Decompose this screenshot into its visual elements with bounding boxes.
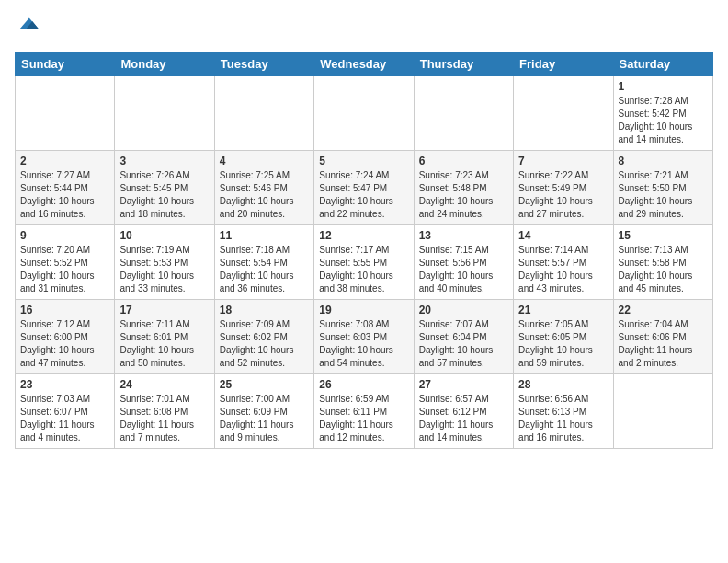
page-header: [15, 15, 713, 40]
day-number: 22: [619, 304, 708, 316]
calendar-cell: 3Sunrise: 7:26 AM Sunset: 5:45 PM Daylig…: [115, 151, 214, 225]
calendar-cell: [16, 76, 115, 151]
day-number: 20: [419, 304, 508, 316]
day-number: 27: [419, 378, 508, 391]
calendar-cell: 19Sunrise: 7:08 AM Sunset: 6:03 PM Dayli…: [314, 300, 414, 374]
calendar-week-row: 23Sunrise: 7:03 AM Sunset: 6:07 PM Dayli…: [16, 374, 713, 449]
calendar-cell: 9Sunrise: 7:20 AM Sunset: 5:52 PM Daylig…: [16, 225, 115, 300]
day-info: Sunrise: 7:08 AM Sunset: 6:03 PM Dayligh…: [319, 318, 408, 370]
calendar-cell: 24Sunrise: 7:01 AM Sunset: 6:08 PM Dayli…: [115, 374, 214, 449]
calendar-cell: 28Sunrise: 6:56 AM Sunset: 6:13 PM Dayli…: [514, 374, 613, 449]
day-info: Sunrise: 7:12 AM Sunset: 6:00 PM Dayligh…: [20, 318, 109, 370]
calendar-week-row: 16Sunrise: 7:12 AM Sunset: 6:00 PM Dayli…: [16, 300, 713, 374]
day-number: 12: [319, 229, 408, 242]
calendar-cell: 25Sunrise: 7:00 AM Sunset: 6:09 PM Dayli…: [214, 374, 313, 449]
day-number: 2: [20, 155, 109, 167]
day-info: Sunrise: 6:57 AM Sunset: 6:12 PM Dayligh…: [419, 393, 508, 444]
day-info: Sunrise: 7:01 AM Sunset: 6:08 PM Dayligh…: [119, 393, 209, 444]
calendar-cell: 11Sunrise: 7:18 AM Sunset: 5:54 PM Dayli…: [214, 225, 313, 300]
day-info: Sunrise: 7:09 AM Sunset: 6:02 PM Dayligh…: [220, 318, 309, 370]
calendar-week-row: 1Sunrise: 7:28 AM Sunset: 5:42 PM Daylig…: [16, 76, 713, 151]
day-of-week-header: Tuesday: [214, 52, 313, 76]
logo: [15, 15, 44, 40]
day-info: Sunrise: 7:15 AM Sunset: 5:56 PM Dayligh…: [419, 244, 508, 295]
day-number: 23: [20, 378, 109, 391]
day-number: 3: [119, 155, 209, 167]
day-number: 10: [119, 229, 209, 242]
calendar-cell: 22Sunrise: 7:04 AM Sunset: 6:06 PM Dayli…: [613, 300, 712, 374]
calendar: SundayMondayTuesdayWednesdayThursdayFrid…: [15, 52, 713, 449]
day-info: Sunrise: 7:21 AM Sunset: 5:50 PM Dayligh…: [619, 169, 708, 221]
calendar-cell: 13Sunrise: 7:15 AM Sunset: 5:56 PM Dayli…: [414, 225, 513, 300]
calendar-cell: [115, 76, 214, 151]
day-number: 6: [419, 155, 508, 167]
day-info: Sunrise: 7:00 AM Sunset: 6:09 PM Dayligh…: [220, 393, 309, 444]
calendar-cell: 14Sunrise: 7:14 AM Sunset: 5:57 PM Dayli…: [514, 225, 613, 300]
day-info: Sunrise: 7:19 AM Sunset: 5:53 PM Dayligh…: [119, 244, 209, 295]
day-info: Sunrise: 6:56 AM Sunset: 6:13 PM Dayligh…: [518, 393, 608, 444]
day-info: Sunrise: 7:03 AM Sunset: 6:07 PM Dayligh…: [20, 393, 109, 444]
day-info: Sunrise: 7:05 AM Sunset: 6:05 PM Dayligh…: [518, 318, 608, 370]
day-number: 8: [619, 155, 708, 167]
calendar-cell: 1Sunrise: 7:28 AM Sunset: 5:42 PM Daylig…: [613, 76, 712, 151]
calendar-cell: [613, 374, 712, 449]
day-of-week-header: Friday: [514, 52, 613, 76]
day-number: 17: [119, 304, 209, 316]
day-info: Sunrise: 7:24 AM Sunset: 5:47 PM Dayligh…: [319, 169, 408, 221]
calendar-cell: 4Sunrise: 7:25 AM Sunset: 5:46 PM Daylig…: [214, 151, 313, 225]
day-of-week-header: Monday: [115, 52, 214, 76]
day-number: 5: [319, 155, 408, 167]
calendar-cell: [414, 76, 513, 151]
day-number: 11: [220, 229, 309, 242]
day-info: Sunrise: 7:04 AM Sunset: 6:06 PM Dayligh…: [619, 318, 708, 370]
day-info: Sunrise: 7:28 AM Sunset: 5:42 PM Dayligh…: [619, 95, 708, 146]
day-info: Sunrise: 7:14 AM Sunset: 5:57 PM Dayligh…: [518, 244, 608, 295]
day-number: 26: [319, 378, 408, 391]
calendar-cell: 18Sunrise: 7:09 AM Sunset: 6:02 PM Dayli…: [214, 300, 313, 374]
day-number: 9: [20, 229, 109, 242]
day-info: Sunrise: 7:20 AM Sunset: 5:52 PM Dayligh…: [20, 244, 109, 295]
day-info: Sunrise: 7:17 AM Sunset: 5:55 PM Dayligh…: [319, 244, 408, 295]
day-number: 18: [220, 304, 309, 316]
day-info: Sunrise: 7:26 AM Sunset: 5:45 PM Dayligh…: [119, 169, 209, 221]
calendar-cell: 15Sunrise: 7:13 AM Sunset: 5:58 PM Dayli…: [613, 225, 712, 300]
day-info: Sunrise: 7:25 AM Sunset: 5:46 PM Dayligh…: [220, 169, 309, 221]
day-number: 25: [220, 378, 309, 391]
calendar-cell: 10Sunrise: 7:19 AM Sunset: 5:53 PM Dayli…: [115, 225, 214, 300]
calendar-cell: 17Sunrise: 7:11 AM Sunset: 6:01 PM Dayli…: [115, 300, 214, 374]
calendar-cell: 27Sunrise: 6:57 AM Sunset: 6:12 PM Dayli…: [414, 374, 513, 449]
day-number: 16: [20, 304, 109, 316]
day-info: Sunrise: 7:13 AM Sunset: 5:58 PM Dayligh…: [619, 244, 708, 295]
calendar-week-row: 9Sunrise: 7:20 AM Sunset: 5:52 PM Daylig…: [16, 225, 713, 300]
calendar-cell: [314, 76, 414, 151]
day-number: 7: [518, 155, 608, 167]
calendar-cell: 21Sunrise: 7:05 AM Sunset: 6:05 PM Dayli…: [514, 300, 613, 374]
day-of-week-header: Saturday: [613, 52, 712, 76]
day-number: 15: [619, 229, 708, 242]
calendar-cell: 2Sunrise: 7:27 AM Sunset: 5:44 PM Daylig…: [16, 151, 115, 225]
calendar-cell: 7Sunrise: 7:22 AM Sunset: 5:49 PM Daylig…: [514, 151, 613, 225]
day-info: Sunrise: 7:23 AM Sunset: 5:48 PM Dayligh…: [419, 169, 508, 221]
day-number: 1: [619, 80, 708, 93]
calendar-cell: 8Sunrise: 7:21 AM Sunset: 5:50 PM Daylig…: [613, 151, 712, 225]
day-info: Sunrise: 7:27 AM Sunset: 5:44 PM Dayligh…: [20, 169, 109, 221]
day-number: 19: [319, 304, 408, 316]
calendar-cell: 12Sunrise: 7:17 AM Sunset: 5:55 PM Dayli…: [314, 225, 414, 300]
day-number: 14: [518, 229, 608, 242]
day-number: 28: [518, 378, 608, 391]
calendar-header-row: SundayMondayTuesdayWednesdayThursdayFrid…: [16, 52, 713, 76]
calendar-cell: 5Sunrise: 7:24 AM Sunset: 5:47 PM Daylig…: [314, 151, 414, 225]
day-of-week-header: Thursday: [414, 52, 513, 76]
calendar-cell: 16Sunrise: 7:12 AM Sunset: 6:00 PM Dayli…: [16, 300, 115, 374]
day-number: 4: [220, 155, 309, 167]
calendar-cell: 23Sunrise: 7:03 AM Sunset: 6:07 PM Dayli…: [16, 374, 115, 449]
calendar-week-row: 2Sunrise: 7:27 AM Sunset: 5:44 PM Daylig…: [16, 151, 713, 225]
calendar-cell: 26Sunrise: 6:59 AM Sunset: 6:11 PM Dayli…: [314, 374, 414, 449]
logo-icon: [15, 15, 40, 40]
day-of-week-header: Sunday: [16, 52, 115, 76]
day-info: Sunrise: 7:11 AM Sunset: 6:01 PM Dayligh…: [119, 318, 209, 370]
day-info: Sunrise: 7:18 AM Sunset: 5:54 PM Dayligh…: [220, 244, 309, 295]
day-info: Sunrise: 6:59 AM Sunset: 6:11 PM Dayligh…: [319, 393, 408, 444]
day-number: 21: [518, 304, 608, 316]
day-info: Sunrise: 7:07 AM Sunset: 6:04 PM Dayligh…: [419, 318, 508, 370]
